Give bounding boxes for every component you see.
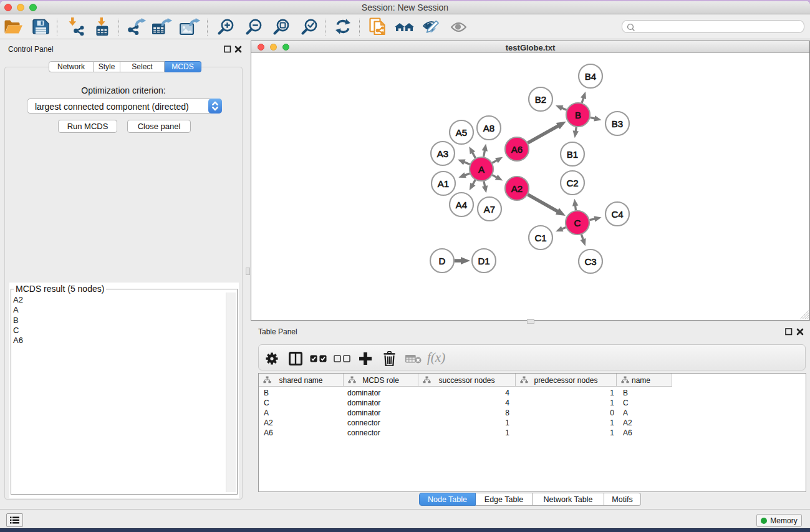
svg-text:A5: A5	[456, 127, 467, 138]
svg-text:A2: A2	[511, 183, 523, 194]
svg-text:B2: B2	[535, 94, 546, 105]
svg-text:A8: A8	[483, 123, 494, 133]
svg-text:C: C	[574, 218, 581, 228]
svg-text:B1: B1	[567, 149, 578, 160]
svg-text:D1: D1	[478, 256, 489, 266]
svg-text:D: D	[439, 256, 446, 266]
svg-text:A6: A6	[511, 144, 523, 155]
svg-text:A1: A1	[438, 178, 449, 189]
svg-text:B: B	[575, 110, 581, 120]
svg-text:A: A	[478, 164, 485, 175]
svg-text:A7: A7	[484, 204, 495, 215]
svg-text:B4: B4	[585, 71, 596, 82]
svg-text:C3: C3	[584, 256, 596, 267]
svg-text:A3: A3	[437, 148, 448, 159]
svg-text:A4: A4	[456, 200, 467, 210]
svg-text:C2: C2	[566, 178, 578, 188]
svg-text:C1: C1	[534, 233, 546, 243]
svg-text:C4: C4	[611, 209, 623, 220]
svg-text:B3: B3	[612, 118, 623, 129]
